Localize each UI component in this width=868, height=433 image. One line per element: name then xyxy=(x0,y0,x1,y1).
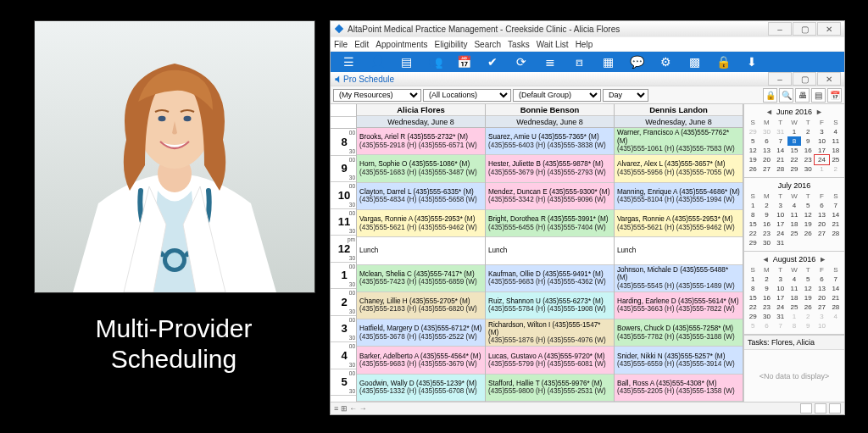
appointment-slot[interactable]: Vargas, Ronnie A (435)555-2953* (M)(435)… xyxy=(357,210,485,237)
appointment-slot[interactable]: Horn, Sophie O (435)555-1086* (M)(435)55… xyxy=(357,155,485,182)
download-icon[interactable]: ⬇ xyxy=(739,53,765,70)
appointment-slot[interactable]: Brooks, Ariel R (435)555-2732* (M)(435)5… xyxy=(357,128,485,155)
cal-day[interactable]: 14 xyxy=(829,210,843,219)
cal-day[interactable]: 21 xyxy=(829,293,843,303)
cal-day[interactable]: 15 xyxy=(787,146,801,155)
cal-day[interactable]: 9 xyxy=(801,136,815,146)
cal-day[interactable]: 22 xyxy=(787,155,801,164)
cal-day[interactable]: 18 xyxy=(787,293,801,303)
document-icon[interactable]: ▤ xyxy=(393,53,419,70)
chat-icon[interactable]: 💬 xyxy=(624,53,649,70)
cal-day[interactable]: 29 xyxy=(746,312,760,321)
cal-day[interactable]: 1 xyxy=(787,127,801,136)
cal-day[interactable]: 4 xyxy=(829,312,843,321)
cal-day[interactable]: 12 xyxy=(801,284,815,293)
cal-small-icon[interactable]: 📅 xyxy=(827,88,842,103)
payment-icon[interactable]: ⧈ xyxy=(566,53,592,70)
menu-tasks[interactable]: Tasks xyxy=(508,40,530,49)
appointment-slot[interactable]: Manning, Enrique A (435)555-4686* (M)(43… xyxy=(615,183,743,210)
appointment-slot[interactable]: Goodwin, Wally D (435)555-1239* (M)(435)… xyxy=(357,375,485,402)
cal-day[interactable]: 11 xyxy=(829,136,843,146)
cal-day[interactable]: 8 xyxy=(787,321,801,330)
cal-day[interactable]: 7 xyxy=(774,136,787,146)
cal-day[interactable]: 12 xyxy=(746,146,760,155)
cal-day[interactable]: 3 xyxy=(815,127,828,136)
appointment-slot[interactable]: Alvarez, Alex L (435)555-3657* (M)(435)5… xyxy=(615,155,743,182)
appointment-slot[interactable]: Barker, Adelberto A (435)555-4564* (M)(4… xyxy=(357,347,485,374)
cal-day[interactable]: 3 xyxy=(774,275,787,284)
cal-day[interactable]: 18 xyxy=(787,219,801,229)
appointment-slot[interactable]: Ball, Ross A (435)555-4308* (M)(435)555-… xyxy=(615,375,743,402)
cal-day[interactable]: 16 xyxy=(760,293,773,303)
settings-icon[interactable]: ⚙ xyxy=(653,53,678,70)
minimize-button[interactable]: – xyxy=(768,22,792,36)
search-small-icon[interactable]: 🔍 xyxy=(779,88,793,103)
appointment-slot[interactable]: Warner, Francisco A (435)555-7762* (M)(4… xyxy=(615,128,743,155)
cal-day[interactable]: 13 xyxy=(815,284,828,293)
cal-day[interactable]: 21 xyxy=(829,219,843,229)
appointment-slot[interactable]: Vargas, Ronnie A (435)555-2953* (M)(435)… xyxy=(615,210,743,237)
lock-icon[interactable]: 🔒 xyxy=(710,53,736,70)
menu-wait-list[interactable]: Wait List xyxy=(537,40,569,49)
cal-day[interactable]: 2 xyxy=(760,275,773,284)
cal-day[interactable]: 15 xyxy=(746,219,760,229)
appointment-slot[interactable]: Lunch xyxy=(486,237,614,264)
cal-day[interactable]: 30 xyxy=(801,164,815,174)
cal-day[interactable]: 2 xyxy=(760,201,773,210)
cal-day[interactable]: 17 xyxy=(774,293,787,303)
cal-day[interactable]: 2 xyxy=(801,127,815,136)
note-small-icon[interactable]: ▤ xyxy=(811,88,826,103)
mini-calendar[interactable]: ◄August 2016►SMTWTFS12345678910111213141… xyxy=(744,252,844,335)
prev-month-icon[interactable]: ◄ xyxy=(765,108,773,116)
cal-day[interactable]: 28 xyxy=(829,303,843,312)
check-icon[interactable]: ✔ xyxy=(480,53,505,70)
menu-appointments[interactable]: Appointments xyxy=(376,40,427,49)
cal-day[interactable]: 23 xyxy=(760,229,773,238)
cal-day[interactable]: 25 xyxy=(829,155,843,164)
lock-small-icon[interactable]: 🔒 xyxy=(763,88,777,103)
cal-day[interactable]: 29 xyxy=(746,238,760,247)
cal-day[interactable]: 11 xyxy=(787,210,801,219)
group-select[interactable]: (Default Group) xyxy=(513,89,601,102)
cal-day[interactable]: 27 xyxy=(815,303,828,312)
menu-file[interactable]: File xyxy=(334,40,348,49)
appointment-slot[interactable]: Mclean, Shelia C (435)555-7417* (M)(435)… xyxy=(357,265,485,292)
appointment-slot[interactable]: Mendez, Duncan E (435)555-9300* (M)(435)… xyxy=(486,183,614,210)
cal-day[interactable]: 26 xyxy=(801,229,815,238)
list-icon[interactable]: ≣ xyxy=(537,53,563,70)
appointment-slot[interactable]: Lucas, Gustavo A (435)555-9720* (M)(435)… xyxy=(486,347,614,374)
cal-day[interactable]: 17 xyxy=(815,146,828,155)
group-icon[interactable]: 👥 xyxy=(422,53,448,70)
appointment-slot[interactable]: Lunch xyxy=(357,237,485,264)
resources-select[interactable]: (My Resources) xyxy=(333,89,421,102)
cal-day[interactable]: 5 xyxy=(746,136,760,146)
cal-day[interactable]: 4 xyxy=(829,127,843,136)
next-month-icon[interactable]: ► xyxy=(815,108,823,116)
appointment-slot[interactable]: Ruiz, Shannon U (435)555-6273* (M)(435)5… xyxy=(486,292,614,319)
cal-day[interactable]: 6 xyxy=(815,201,828,210)
cal-day[interactable]: 5 xyxy=(801,275,815,284)
calendar-icon[interactable]: 📅 xyxy=(451,53,476,70)
cal-day[interactable]: 1 xyxy=(787,312,801,321)
cal-day[interactable]: 30 xyxy=(760,127,773,136)
appointment-slot[interactable]: Clayton, Darrel L (435)555-6335* (M)(435… xyxy=(357,183,485,210)
cal-day[interactable]: 8 xyxy=(746,284,760,293)
cal-day[interactable]: 8 xyxy=(746,210,760,219)
cal-day[interactable]: 2 xyxy=(829,164,843,174)
appointment-slot[interactable]: Stafford, Hallie T (435)555-9976* (M)(43… xyxy=(486,375,614,402)
cal-day[interactable]: 9 xyxy=(801,321,815,330)
status-btn-3[interactable] xyxy=(829,403,841,414)
cal-day[interactable]: 31 xyxy=(774,312,787,321)
sub-minimize-button[interactable]: – xyxy=(768,72,792,86)
cal-day[interactable]: 30 xyxy=(760,312,773,321)
locations-select[interactable]: (All Locations) xyxy=(423,89,511,102)
appointment-slot[interactable]: Harding, Earlene D (435)555-5614* (M)(43… xyxy=(615,292,743,319)
cal-day[interactable]: 6 xyxy=(760,321,773,330)
cal-day[interactable]: 2 xyxy=(801,312,815,321)
cal-day[interactable]: 16 xyxy=(760,219,773,229)
cal-day[interactable]: 26 xyxy=(746,164,760,174)
appointment-slot[interactable]: Hester, Juliette B (435)555-9878* (M)(43… xyxy=(486,155,614,182)
cal-day[interactable]: 7 xyxy=(829,201,843,210)
next-month-icon[interactable]: ► xyxy=(819,255,826,264)
cal-day[interactable]: 9 xyxy=(760,284,773,293)
